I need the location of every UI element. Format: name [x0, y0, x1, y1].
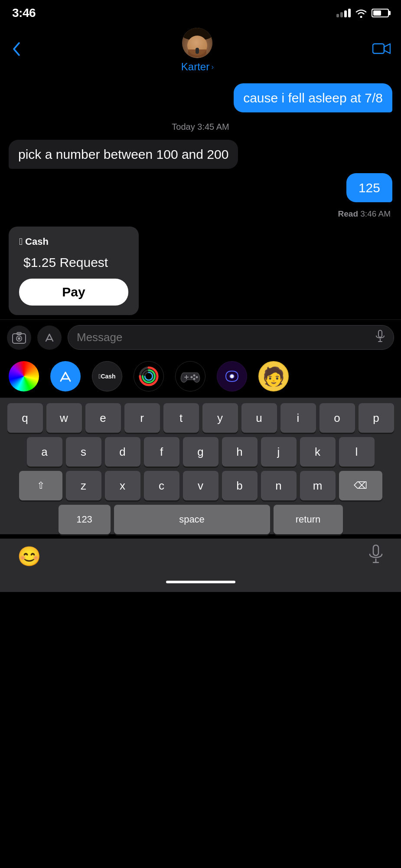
svg-rect-5 — [378, 330, 382, 337]
key-p[interactable]: p — [359, 403, 394, 433]
key-y[interactable]: y — [202, 403, 238, 433]
mic-button[interactable] — [368, 545, 384, 568]
read-receipt: Read 3:46 AM — [9, 209, 392, 219]
contact-info: Karter › — [181, 28, 214, 73]
key-k[interactable]: k — [300, 437, 336, 467]
key-w[interactable]: w — [46, 403, 82, 433]
keyboard-row-4: 123 space return — [3, 505, 398, 534]
key-e[interactable]: e — [85, 403, 121, 433]
signal-bar-1 — [336, 14, 339, 17]
key-v[interactable]: v — [183, 471, 218, 500]
signal-icon — [336, 9, 351, 17]
app-icon-photos[interactable] — [9, 361, 39, 391]
apple-logo-icon:  — [19, 236, 23, 247]
battery-fill — [373, 10, 381, 16]
timestamp: Today 3:45 AM — [9, 122, 392, 132]
status-time: 3:46 — [12, 6, 36, 20]
message-row: 125 — [9, 173, 392, 202]
contact-chevron: › — [211, 62, 214, 72]
app-icons-row: Cash 🧑 — [0, 355, 401, 398]
key-s[interactable]: s — [66, 437, 101, 467]
backspace-key[interactable]: ⌫ — [339, 471, 382, 500]
space-key[interactable]: space — [114, 505, 270, 534]
key-x[interactable]: x — [105, 471, 140, 500]
signal-bar-3 — [344, 10, 347, 17]
app-icon-game[interactable] — [175, 361, 205, 391]
app-icon-cash[interactable]: Cash — [92, 361, 122, 391]
key-f[interactable]: f — [144, 437, 179, 467]
camera-button[interactable] — [7, 326, 31, 350]
home-indicator-area — [0, 576, 401, 592]
app-store-button[interactable] — [37, 326, 62, 350]
key-q[interactable]: q — [7, 403, 43, 433]
keyboard: q w e r t y u i o p a s d f g h j k l ⇧ … — [0, 398, 401, 534]
shift-key[interactable]: ⇧ — [19, 471, 62, 500]
cash-amount: $1.25 Request — [19, 255, 128, 270]
wifi-icon — [355, 8, 367, 18]
battery-icon — [372, 9, 389, 17]
message-input-area — [0, 319, 401, 355]
svg-rect-0 — [373, 44, 384, 53]
key-g[interactable]: g — [183, 437, 218, 467]
nav-header: Karter › — [0, 24, 401, 79]
svg-point-21 — [230, 375, 234, 378]
key-o[interactable]: o — [319, 403, 355, 433]
key-t[interactable]: t — [163, 403, 199, 433]
keyboard-row-3: ⇧ z x c v b n m ⌫ — [3, 471, 398, 500]
signal-bar-4 — [348, 9, 351, 17]
app-icon-appstore[interactable] — [50, 361, 81, 391]
svg-rect-22 — [373, 545, 378, 556]
apple-cash-header:  Cash — [19, 236, 128, 247]
emoji-button[interactable]: 😊 — [17, 545, 41, 568]
key-c[interactable]: c — [144, 471, 179, 500]
key-b[interactable]: b — [222, 471, 258, 500]
svg-point-18 — [196, 376, 198, 378]
svg-point-19 — [193, 378, 196, 380]
video-call-button[interactable] — [372, 42, 391, 59]
svg-point-20 — [191, 376, 193, 378]
message-input-wrapper[interactable] — [68, 325, 394, 350]
mic-input-icon[interactable] — [375, 330, 385, 345]
messages-area: cause i fell asleep at 7/8 Today 3:45 AM… — [0, 79, 401, 319]
keyboard-row-1: q w e r t y u i o p — [3, 403, 398, 433]
pay-button[interactable]: Pay — [19, 279, 128, 306]
keyboard-row-2: a s d f g h j k l — [3, 437, 398, 467]
app-icon-soundhound[interactable] — [217, 361, 247, 391]
key-h[interactable]: h — [222, 437, 258, 467]
message-bubble-outgoing: cause i fell asleep at 7/8 — [234, 83, 392, 112]
avatar[interactable] — [182, 28, 212, 58]
apple-cash-card:  Cash $1.25 Request Pay — [9, 227, 139, 315]
svg-point-17 — [193, 375, 196, 377]
message-bubble-incoming: pick a number between 100 and 200 — [9, 140, 238, 169]
apple-cash-label: Cash — [25, 236, 49, 247]
app-icon-fitness[interactable] — [134, 361, 164, 391]
key-i[interactable]: i — [280, 403, 316, 433]
message-bubble-outgoing: 125 — [346, 173, 392, 202]
status-icons — [336, 8, 389, 18]
contact-name[interactable]: Karter › — [181, 61, 214, 73]
key-l[interactable]: l — [339, 437, 375, 467]
key-d[interactable]: d — [105, 437, 140, 467]
bottom-bar: 😊 — [0, 539, 401, 576]
key-r[interactable]: r — [124, 403, 160, 433]
key-a[interactable]: a — [27, 437, 62, 467]
message-row: pick a number between 100 and 200 — [9, 140, 392, 169]
back-button[interactable] — [10, 39, 23, 61]
app-icon-memoji[interactable]: 🧑 — [258, 361, 289, 391]
svg-point-3 — [18, 337, 20, 340]
key-u[interactable]: u — [241, 403, 277, 433]
return-key[interactable]: return — [274, 505, 343, 534]
status-bar: 3:46 — [0, 0, 401, 24]
signal-bar-2 — [340, 12, 343, 17]
key-n[interactable]: n — [261, 471, 297, 500]
key-m[interactable]: m — [300, 471, 336, 500]
home-indicator — [166, 581, 235, 583]
key-z[interactable]: z — [66, 471, 101, 500]
key-j[interactable]: j — [261, 437, 297, 467]
message-row: cause i fell asleep at 7/8 — [9, 83, 392, 112]
numbers-key[interactable]: 123 — [59, 505, 111, 534]
message-input[interactable] — [77, 331, 375, 344]
